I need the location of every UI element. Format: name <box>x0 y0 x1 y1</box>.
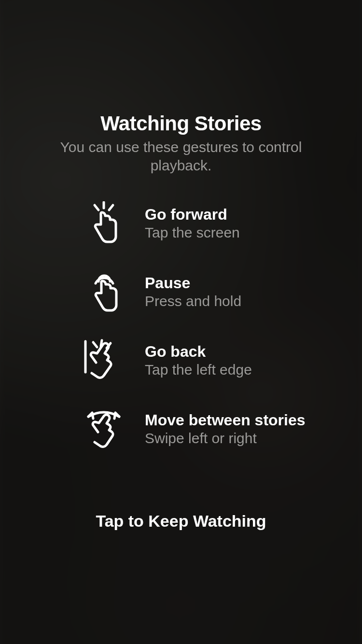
gesture-item-title: Go back <box>145 343 252 361</box>
gesture-item-desc: Tap the screen <box>145 224 240 241</box>
gesture-item-go-back: Go back Tap the left edge <box>81 337 333 383</box>
swipe-icon <box>81 406 126 451</box>
press-hold-icon <box>81 269 126 314</box>
gesture-item-title: Go forward <box>145 206 240 224</box>
gesture-item-pause: Pause Press and hold <box>81 269 333 314</box>
tutorial-subtitle: You can use these gestures to control pl… <box>29 138 333 174</box>
gesture-item-desc: Press and hold <box>145 293 241 309</box>
gesture-item-text: Go back Tap the left edge <box>145 343 252 378</box>
gesture-list: Go forward Tap the screen Pause Press an… <box>0 200 362 475</box>
gesture-item-text: Move between stories Swipe left or right <box>145 411 306 447</box>
tutorial-title: Watching Stories <box>29 112 333 135</box>
keep-watching-button[interactable]: Tap to Keep Watching <box>0 512 362 531</box>
svg-line-4 <box>93 342 97 347</box>
header: Watching Stories You can use these gestu… <box>0 112 362 174</box>
gesture-item-move-between: Move between stories Swipe left or right <box>81 406 333 451</box>
gesture-item-title: Pause <box>145 274 241 292</box>
gesture-item-title: Move between stories <box>145 411 306 429</box>
svg-line-2 <box>109 205 113 210</box>
gesture-item-desc: Swipe left or right <box>145 430 306 447</box>
gesture-item-text: Pause Press and hold <box>145 274 241 309</box>
tap-icon <box>81 200 126 246</box>
gesture-item-go-forward: Go forward Tap the screen <box>81 200 333 246</box>
svg-line-1 <box>95 205 98 210</box>
gesture-item-text: Go forward Tap the screen <box>145 206 240 241</box>
tap-edge-icon <box>81 337 126 383</box>
gesture-item-desc: Tap the left edge <box>145 362 252 378</box>
gesture-tutorial-overlay[interactable]: Watching Stories You can use these gestu… <box>0 0 362 644</box>
